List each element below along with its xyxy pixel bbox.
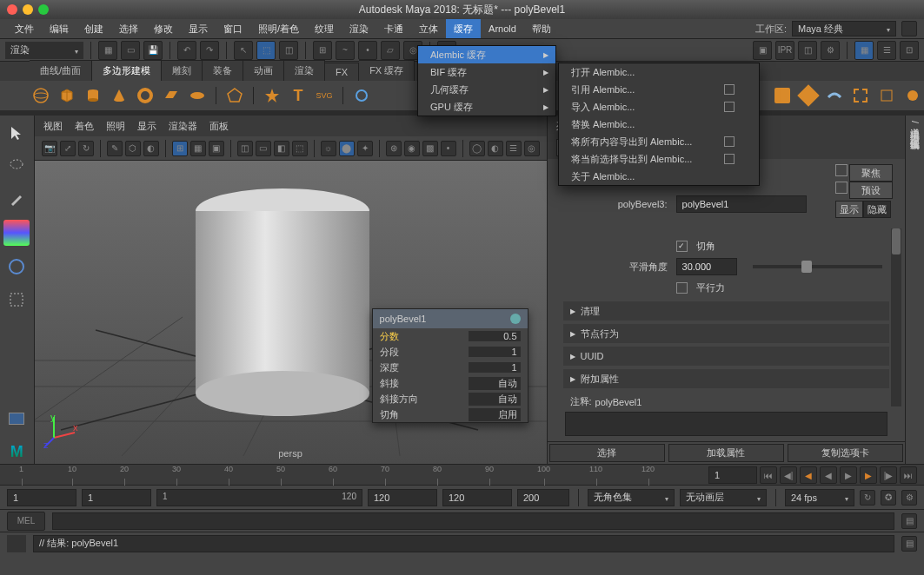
alembic-about[interactable]: 关于 Alembic...	[559, 168, 759, 185]
hide-button[interactable]: 隐藏	[863, 201, 891, 218]
vp-ico-10[interactable]: ▭	[256, 141, 271, 156]
shelf-tab-rigging[interactable]: 装备	[203, 60, 243, 81]
cb-val-depth[interactable]: 1	[469, 362, 521, 373]
menu-modify[interactable]: 修改	[146, 19, 181, 38]
poly-svg-icon[interactable]: SVG	[313, 84, 336, 107]
vp-ico-7[interactable]: ▦	[190, 141, 206, 156]
paint-tool-icon[interactable]	[4, 187, 29, 211]
cmd-lang[interactable]: MEL	[7, 512, 45, 531]
snap-grid-icon[interactable]: ⊞	[313, 41, 332, 60]
shelf-tab-anim[interactable]: 动画	[243, 60, 284, 81]
charset-dropdown[interactable]: 无角色集	[588, 489, 675, 506]
poly-cone-icon[interactable]	[108, 84, 130, 107]
menu-help[interactable]: 帮助	[524, 19, 559, 38]
move-tool-icon[interactable]	[3, 220, 30, 246]
range-in[interactable]: 1	[82, 489, 151, 506]
vp-ico-grid[interactable]: ⊞	[172, 141, 188, 156]
menu-window[interactable]: 窗口	[216, 19, 250, 38]
vp-ico-22[interactable]: ☰	[506, 141, 522, 156]
cache-gpu[interactable]: GPU 缓存▶	[418, 98, 555, 116]
workspace-settings-icon[interactable]	[901, 21, 917, 36]
open-scene-icon[interactable]: ▭	[121, 41, 140, 60]
chamfer-checkbox[interactable]	[676, 241, 688, 252]
redo-icon[interactable]: ↷	[200, 41, 219, 60]
section-uuid[interactable]: ▶UUID	[563, 347, 889, 366]
autokey-icon[interactable]: ✪	[881, 490, 896, 506]
range-end[interactable]: 120	[442, 489, 512, 506]
shelf-tab-fxcache[interactable]: FX 缓存	[359, 60, 415, 81]
new-scene-icon[interactable]: ▦	[98, 41, 117, 60]
poly-torus-icon[interactable]	[134, 84, 156, 107]
key-fwd-icon[interactable]: ▶	[860, 466, 877, 484]
shelf-ico-d[interactable]	[849, 84, 872, 107]
menu-cache[interactable]: 缓存	[446, 19, 481, 38]
lasso-tool-icon[interactable]	[4, 154, 29, 178]
rotate-tool-icon[interactable]	[4, 254, 29, 279]
vp-menu-lighting[interactable]: 照明	[106, 120, 125, 133]
forward-icon[interactable]: ⏭	[900, 466, 917, 484]
preset-button[interactable]: 预设	[849, 182, 893, 199]
cb-val-fraction[interactable]: 0.5	[469, 331, 521, 341]
menu-lighting[interactable]: 照明/着色	[250, 19, 307, 38]
menu-edit[interactable]: 编辑	[42, 19, 76, 38]
select-tool-icon[interactable]	[4, 121, 29, 145]
right-tab-channel[interactable]: 通道/层编辑	[908, 121, 921, 123]
cmd-exec-icon[interactable]: ▤	[901, 513, 917, 529]
cache-bif[interactable]: BIF 缓存▶	[418, 63, 555, 81]
scale-tool-icon[interactable]	[4, 288, 29, 312]
poly-cylinder-icon[interactable]	[82, 84, 104, 107]
menuset-dropdown[interactable]: 渲染	[5, 42, 83, 59]
poly-type-icon[interactable]: T	[287, 84, 309, 107]
prefs-icon[interactable]: ⚙	[901, 490, 917, 506]
menu-arnold[interactable]: Arnold	[481, 19, 524, 38]
poly-cube-icon[interactable]	[56, 84, 78, 107]
step-back-icon[interactable]: ◀|	[780, 466, 797, 484]
play-back-icon[interactable]: ◀	[820, 466, 837, 484]
workspace-dropdown[interactable]: Maya 经典	[792, 21, 896, 36]
shelf-tab-fx[interactable]: FX	[325, 63, 359, 81]
vp-ico-16[interactable]: ⊛	[386, 141, 402, 156]
vp-ico-3[interactable]: ↻	[78, 141, 94, 156]
animlayer-dropdown[interactable]: 无动画层	[680, 489, 767, 506]
alembic-import[interactable]: 导入 Alembic...	[559, 98, 759, 116]
render-frame-icon[interactable]: ▣	[753, 41, 772, 60]
menu-file[interactable]: 文件	[7, 19, 42, 38]
cache-geo[interactable]: 几何缓存▶	[418, 81, 555, 98]
menu-toon[interactable]: 卡通	[376, 19, 411, 38]
channel-box-popup[interactable]: polyBevel1 分数0.5 分段1 深度1 斜接自动 斜接方向自动 切角启…	[372, 308, 528, 423]
menu-stereo[interactable]: 立体	[411, 19, 446, 38]
vp-menu-panels[interactable]: 面板	[209, 120, 229, 133]
vp-ico-4[interactable]: ✎	[107, 141, 123, 156]
vp-ico-8[interactable]: ▣	[209, 141, 224, 156]
render-region-icon[interactable]: ◫	[798, 41, 817, 60]
vp-ico-2[interactable]: ⤢	[60, 141, 76, 156]
range-start[interactable]: 1	[7, 489, 76, 506]
vp-ico-15[interactable]: ✦	[357, 141, 373, 156]
shelf-ico-e[interactable]	[875, 84, 898, 107]
vp-ico-12[interactable]: ⬚	[292, 141, 308, 156]
shelf-ico-c[interactable]	[823, 84, 846, 107]
vp-ico-5[interactable]: ⬡	[125, 141, 141, 156]
attr-scrollbar[interactable]	[891, 228, 901, 406]
menu-render[interactable]: 渲染	[342, 19, 376, 38]
shelf-tab-curves[interactable]: 曲线/曲面	[30, 60, 92, 81]
range-out[interactable]: 120	[368, 489, 437, 506]
panel-layout3-icon[interactable]: ⊡	[900, 41, 919, 60]
panel-layout2-icon[interactable]: ☰	[877, 41, 896, 60]
current-frame-input[interactable]: 1	[708, 466, 757, 484]
vp-menu-renderer[interactable]: 渲染器	[169, 120, 197, 133]
vp-ico-11[interactable]: ◧	[274, 141, 289, 156]
select-object-icon[interactable]: ⬚	[256, 41, 276, 60]
menu-texture[interactable]: 纹理	[307, 19, 342, 38]
loop-icon[interactable]: ↻	[860, 490, 875, 506]
range-sub[interactable]: 200	[517, 489, 569, 506]
alembic-exportall[interactable]: 将所有内容导出到 Alembic...	[559, 133, 759, 150]
render-settings-icon[interactable]: ⚙	[821, 41, 840, 60]
cb-val-miterdir[interactable]: 自动	[469, 393, 521, 406]
shelf-ico-b[interactable]	[797, 84, 820, 107]
snap-point-icon[interactable]: •	[358, 41, 377, 60]
vp-ico-20[interactable]: ◯	[469, 141, 485, 156]
channel-box-close-icon[interactable]	[510, 314, 521, 324]
range-bar[interactable]: 1120	[156, 489, 362, 506]
shelf-tab-render[interactable]: 渲染	[284, 60, 325, 81]
